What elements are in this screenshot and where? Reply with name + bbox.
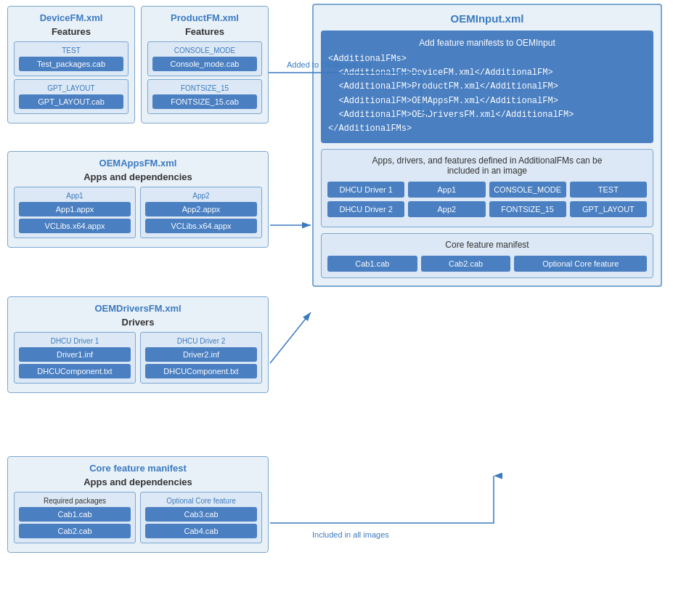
diagram-container: DeviceFM.xml Features TEST Test_packages…: [0, 0, 673, 616]
console-mode-btn[interactable]: Console_mode.cab: [152, 57, 257, 71]
cab3-btn[interactable]: Cab3.cab: [145, 507, 257, 522]
device-test-label: TEST: [19, 46, 123, 54]
product-fm-box: ProductFM.xml Features CONSOLE_MODE Cons…: [141, 6, 269, 123]
driver2-inf-btn[interactable]: Driver2.inf: [145, 347, 257, 362]
test-grid-btn[interactable]: TEST: [570, 182, 647, 198]
oemapps-fm-box: OEMAppsFM.xml Apps and dependencies App1…: [7, 151, 269, 248]
product-fm-title: ProductFM.xml: [147, 12, 262, 23]
gpt-layout-btn[interactable]: GPT_LAYOUT.cab: [19, 94, 123, 109]
app1-grid-btn[interactable]: App1: [408, 182, 485, 198]
included-label: Included in all images: [312, 530, 389, 539]
core-section-title: Core feature manifest: [327, 240, 647, 250]
core-two-col: Required packages Cab1.cab Cab2.cab Opti…: [14, 492, 262, 546]
product-console-label: CONSOLE_MODE: [152, 46, 257, 54]
core-fm-title: Core feature manifest: [14, 463, 262, 474]
core-grid: Cab1.cab Cab2.cab Optional Core feature: [327, 256, 647, 272]
core-feature-section: Core feature manifest Cab1.cab Cab2.cab …: [321, 233, 653, 278]
cab1-btn[interactable]: Cab1.cab: [19, 507, 131, 522]
app2-label: App2: [145, 192, 257, 200]
drivers-two-col: DHCU Driver 1 Driver1.inf DHCUComponent.…: [14, 332, 262, 386]
driver2-feature: DHCU Driver 2 Driver2.inf DHCUComponent.…: [140, 332, 262, 384]
gpt-layout-grid-btn[interactable]: GPT_LAYOUT: [570, 201, 647, 217]
apps-section-title: Apps, drivers, and features defined in A…: [327, 155, 647, 176]
apps-grid-row1: DHCU Driver 1 App1 CONSOLE_MODE TEST: [327, 182, 647, 198]
cab2-btn[interactable]: Cab2.cab: [19, 524, 131, 538]
vclibs-x64-app1-btn[interactable]: VCLibs.x64.appx: [19, 219, 131, 233]
top-fm-row: DeviceFM.xml Features TEST Test_packages…: [7, 6, 269, 123]
device-fm-title: DeviceFM.xml: [14, 12, 129, 23]
fontsize-btn[interactable]: FONTSIZE_15.cab: [152, 94, 257, 109]
apps-drivers-section: Apps, drivers, and features defined in A…: [321, 149, 653, 227]
required-packages-feature: Required packages Cab1.cab Cab2.cab: [14, 492, 136, 543]
fontsize-grid-btn[interactable]: FONTSIZE_15: [489, 201, 566, 217]
dhcu-comp1-btn[interactable]: DHCUComponent.txt: [19, 364, 131, 378]
oemdrivers-fm-title: OEMDriversFM.xml: [14, 303, 262, 314]
optional-core-label: Optional Core feature: [145, 497, 257, 505]
required-packages-label: Required packages: [19, 497, 131, 505]
svg-line-4: [270, 312, 311, 363]
app1-label: App1: [19, 192, 131, 200]
dhcu2-grid-btn[interactable]: DHCU Driver 2: [327, 201, 404, 217]
device-gpt-label: GPT_LAYOUT: [19, 84, 123, 92]
addfm-code: <AdditionalFMs> <AdditionalFM>DeviceFM.x…: [328, 52, 646, 136]
dhcu-comp2-btn[interactable]: DHCUComponent.txt: [145, 364, 257, 378]
driver1-feature: DHCU Driver 1 Driver1.inf DHCUComponent.…: [14, 332, 136, 384]
console-mode-grid-btn[interactable]: CONSOLE_MODE: [489, 182, 566, 198]
addfm-header: Add feature manifests to OEMInput: [328, 38, 646, 48]
dhcu1-grid-btn[interactable]: DHCU Driver 1: [327, 182, 404, 198]
optional-core-btn[interactable]: Optional Core feature: [514, 256, 647, 272]
app2-appx-btn[interactable]: App2.appx: [145, 202, 257, 216]
device-fm-subtitle: Features: [14, 26, 129, 37]
core-fm-subtitle: Apps and dependencies: [14, 477, 262, 487]
oemdrivers-fm-box: OEMDriversFM.xml Drivers DHCU Driver 1 D…: [7, 296, 269, 393]
app2-feature: App2 App2.appx VCLibs.x64.appx: [140, 187, 262, 238]
product-feature-fontsize: FONTSIZE_15 FONTSIZE_15.cab: [147, 79, 262, 114]
oemdrivers-fm-subtitle: Drivers: [14, 317, 262, 328]
dhcu2-label: DHCU Driver 2: [145, 337, 257, 345]
product-feature-console: CONSOLE_MODE Console_mode.cab: [147, 41, 262, 76]
oemapps-two-col: App1 App1.appx VCLibs.x64.appx App2 App2…: [14, 187, 262, 241]
test-packages-btn[interactable]: Test_packages.cab: [19, 57, 123, 71]
device-feature-test: TEST Test_packages.cab: [14, 41, 129, 76]
app1-feature: App1 App1.appx VCLibs.x64.appx: [14, 187, 136, 238]
vclibs-x64-app2-btn[interactable]: VCLibs.x64.appx: [145, 219, 257, 233]
core-fm-box: Core feature manifest Apps and dependenc…: [7, 456, 269, 553]
app1-appx-btn[interactable]: App1.appx: [19, 202, 131, 216]
driver1-inf-btn[interactable]: Driver1.inf: [19, 347, 131, 362]
apps-grid-row2: DHCU Driver 2 App2 FONTSIZE_15 GPT_LAYOU…: [327, 201, 647, 217]
product-fontsize-label: FONTSIZE_15: [152, 84, 257, 92]
oeminput-box: OEMInput.xml Add feature manifests to OE…: [312, 4, 662, 287]
cab1-core-btn[interactable]: Cab1.cab: [327, 256, 417, 272]
device-fm-box: DeviceFM.xml Features TEST Test_packages…: [7, 6, 135, 123]
optional-core-feature: Optional Core feature Cab3.cab Cab4.cab: [140, 492, 262, 543]
cab2-core-btn[interactable]: Cab2.cab: [421, 256, 511, 272]
device-feature-gpt: GPT_LAYOUT GPT_LAYOUT.cab: [14, 79, 129, 114]
addfm-section: Add feature manifests to OEMInput <Addit…: [321, 31, 653, 143]
app2-grid-btn[interactable]: App2: [408, 201, 485, 217]
cab4-btn[interactable]: Cab4.cab: [145, 524, 257, 538]
product-fm-subtitle: Features: [147, 26, 262, 37]
oeminput-title: OEMInput.xml: [321, 12, 653, 25]
oemapps-fm-title: OEMAppsFM.xml: [14, 158, 262, 169]
oemapps-fm-subtitle: Apps and dependencies: [14, 171, 262, 182]
dhcu1-label: DHCU Driver 1: [19, 337, 131, 345]
